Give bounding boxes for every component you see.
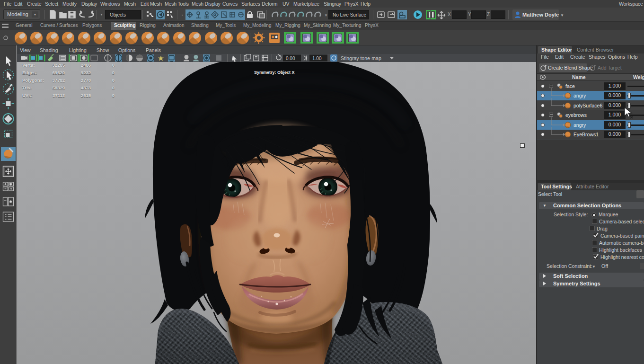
svg-text:0.00: 0.00 <box>286 56 295 61</box>
svg-text:▼: ▼ <box>324 13 327 18</box>
svg-text:1.00: 1.00 <box>312 56 322 61</box>
svg-text:Stingray tone-map: Stingray tone-map <box>341 55 381 61</box>
